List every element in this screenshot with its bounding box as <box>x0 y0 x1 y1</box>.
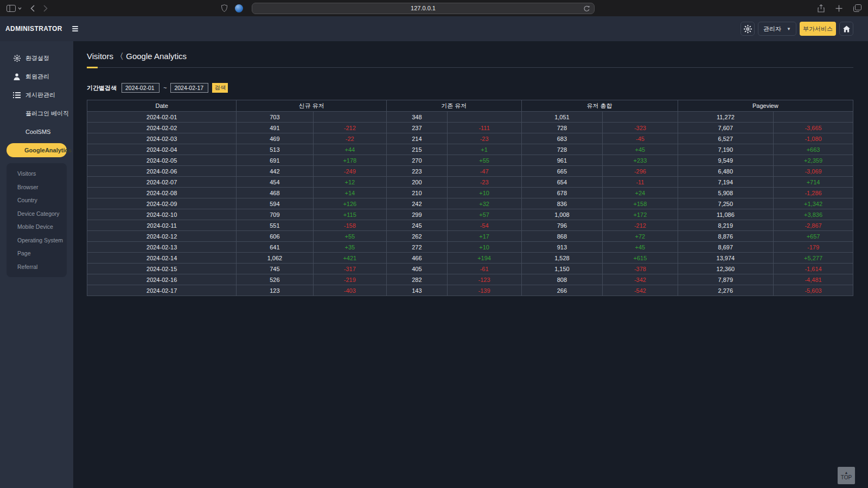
cell-ret_d: +1 <box>447 144 521 155</box>
cell-total: 961 <box>521 155 603 166</box>
sidebar-item-label: 환경설정 <box>25 54 49 62</box>
table-row: 2024-02-03469-22214-23683-456,527-1,080 <box>87 133 853 144</box>
date-from-input[interactable] <box>122 83 159 93</box>
cell-date: 2024-02-03 <box>87 133 237 144</box>
sidebar-item-환경설정[interactable]: 환경설정 <box>0 49 73 67</box>
cell-ret: 223 <box>387 166 448 177</box>
cell-total: 1,051 <box>521 112 603 123</box>
gear-icon <box>744 25 752 33</box>
table-row: 2024-02-17123-403143-139266-5422,276-5,6… <box>87 285 853 296</box>
cell-total_d: +233 <box>603 155 678 166</box>
table-row: 2024-02-08468+14210+10678+245,908-1,286 <box>87 188 853 198</box>
sidebar-item-coolsms[interactable]: CoolSMS <box>0 123 73 141</box>
cell-ret: 348 <box>387 112 448 123</box>
role-dropdown[interactable]: 관리자 ▼ <box>758 22 796 36</box>
cell-pv_d: +2,359 <box>774 155 853 166</box>
table-row: 2024-02-07454+12200-23654-117,194+714 <box>87 177 853 188</box>
cell-pv_d: +663 <box>774 144 853 155</box>
cell-ret_d: -54 <box>447 220 521 231</box>
url-text: 127.0.0.1 <box>411 5 436 11</box>
menu-icon[interactable] <box>72 26 78 31</box>
submenu-item-referral[interactable]: Referral <box>7 260 67 274</box>
cell-pv_d: +657 <box>774 231 853 242</box>
table-row: 2024-02-05691+178270+55961+2339,549+2,35… <box>87 155 853 166</box>
cell-new: 709 <box>237 209 313 220</box>
cell-total_d: +24 <box>603 188 678 198</box>
new-tab-icon[interactable] <box>835 5 843 12</box>
cell-total_d <box>603 112 678 123</box>
cell-new: 513 <box>237 144 313 155</box>
sidebar-item-회원관리[interactable]: 회원관리 <box>0 67 73 86</box>
submenu-item-country[interactable]: Country <box>7 194 67 207</box>
submenu-item-device-category[interactable]: Device Category <box>7 207 67 221</box>
submenu-item-browser[interactable]: Browser <box>7 181 67 194</box>
cell-ret: 282 <box>387 274 448 285</box>
sidebar-toggle-icon[interactable] <box>7 5 16 12</box>
share-icon[interactable] <box>818 4 825 12</box>
cell-new: 469 <box>237 133 313 144</box>
scroll-to-top-button[interactable]: ▲ TOP <box>838 467 855 484</box>
submenu-item-visitors[interactable]: Visitors <box>7 167 67 181</box>
cell-new: 551 <box>237 220 313 231</box>
cell-new_d: +126 <box>313 198 387 209</box>
cell-pv: 11,086 <box>678 209 773 220</box>
cell-ret_d: +32 <box>447 198 521 209</box>
cell-total_d: +72 <box>603 231 678 242</box>
cell-date: 2024-02-11 <box>87 220 237 231</box>
cell-new: 123 <box>237 285 313 296</box>
cell-pv: 7,194 <box>678 177 773 188</box>
submenu-item-mobile-device[interactable]: Mobile Device <box>7 220 67 234</box>
cell-total: 836 <box>521 198 603 209</box>
cell-new_d: +178 <box>313 155 387 166</box>
main-content: Visitors 〈 Google Analytics 기간별검색 ~ 검색 D… <box>73 41 868 488</box>
addon-services-button[interactable]: 부가서비스 <box>800 22 836 36</box>
cell-pv: 2,276 <box>678 285 773 296</box>
scroll-to-top-label: TOP <box>841 474 852 480</box>
cell-new: 468 <box>237 188 313 198</box>
cell-ret_d: -61 <box>447 264 521 274</box>
search-button[interactable]: 검색 <box>212 83 228 93</box>
settings-button[interactable] <box>741 22 755 36</box>
submenu-item-page[interactable]: Page <box>7 247 67 260</box>
cell-ret_d: +57 <box>447 209 521 220</box>
date-to-input[interactable] <box>170 83 208 93</box>
col-header-pageview: Pageview <box>678 100 853 112</box>
cell-total_d: -323 <box>603 123 678 133</box>
cell-pv_d: -1,286 <box>774 188 853 198</box>
url-bar[interactable]: 127.0.0.1 <box>252 3 595 14</box>
cell-ret_d: +55 <box>447 155 521 166</box>
cell-pv_d: -1,614 <box>774 264 853 274</box>
chevron-down-icon[interactable] <box>18 7 22 10</box>
cell-new_d: +115 <box>313 209 387 220</box>
cell-date: 2024-02-10 <box>87 209 237 220</box>
table-row: 2024-02-16526-219282-123808-3427,879-4,4… <box>87 274 853 285</box>
cell-new: 491 <box>237 123 313 133</box>
cell-total: 654 <box>521 177 603 188</box>
sidebar-item-label: 회원관리 <box>25 73 49 81</box>
sidebar-item-googleanalytics[interactable]: GoogleAnalytics <box>7 143 67 157</box>
site-icon[interactable] <box>235 4 243 12</box>
submenu-item-operating-system[interactable]: Operating System <box>7 234 67 247</box>
cell-date: 2024-02-17 <box>87 285 237 296</box>
tab-overview-icon[interactable] <box>853 4 861 12</box>
cell-new_d: -158 <box>313 220 387 231</box>
cell-ret: 214 <box>387 133 448 144</box>
forward-button[interactable] <box>43 5 48 12</box>
reload-icon[interactable] <box>583 5 590 15</box>
shield-icon[interactable] <box>221 4 227 12</box>
range-separator: ~ <box>163 85 167 91</box>
cell-new: 1,062 <box>237 253 313 264</box>
cell-total: 1,150 <box>521 264 603 274</box>
caret-down-icon: ▼ <box>787 27 791 31</box>
sidebar-item-플러그인-베이직[interactable]: 플러그인 베이직 <box>0 104 73 123</box>
cell-pv: 7,879 <box>678 274 773 285</box>
cell-total_d: +45 <box>603 242 678 253</box>
table-row: 2024-02-04513+44215+1728+457,190+663 <box>87 144 853 155</box>
home-button[interactable] <box>839 22 853 36</box>
cell-total_d: +615 <box>603 253 678 264</box>
cell-pv: 7,190 <box>678 144 773 155</box>
sidebar-item-게시판관리[interactable]: 게시판관리 <box>0 86 73 104</box>
back-button[interactable] <box>30 5 35 12</box>
cell-total: 1,008 <box>521 209 603 220</box>
cell-ret_d: +10 <box>447 242 521 253</box>
